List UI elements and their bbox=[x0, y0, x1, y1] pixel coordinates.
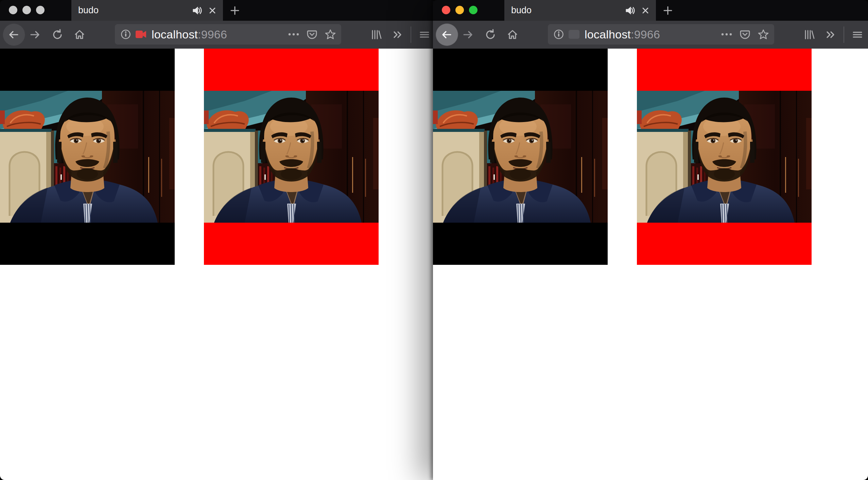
webcam-video bbox=[433, 91, 608, 223]
tab-title: budo bbox=[511, 5, 532, 16]
tab-budo[interactable]: budo bbox=[71, 0, 223, 21]
browser-window-left: budo localhost:9966 bbox=[0, 0, 435, 480]
page-actions-icon[interactable] bbox=[721, 29, 732, 40]
page-content bbox=[0, 49, 435, 480]
camera-sharing-dimmed-icon[interactable] bbox=[569, 30, 579, 39]
tab-strip: budo bbox=[0, 0, 435, 21]
screenshot-stage: budo localhost:9966 bbox=[0, 0, 868, 480]
new-tab-button[interactable] bbox=[661, 4, 674, 17]
hamburger-menu-icon[interactable] bbox=[852, 29, 863, 40]
close-window-button[interactable] bbox=[442, 6, 450, 14]
navigation-toolbar: localhost:9966 bbox=[0, 21, 435, 49]
reload-button[interactable] bbox=[485, 21, 497, 49]
browser-window-right: budo localhost:9966 bbox=[433, 0, 868, 480]
overflow-chevrons-icon[interactable] bbox=[392, 29, 404, 40]
video-canvas-black bbox=[0, 49, 175, 265]
page-content bbox=[433, 49, 868, 480]
camera-sharing-icon[interactable] bbox=[136, 30, 146, 39]
site-info-icon[interactable] bbox=[121, 29, 131, 39]
tab-close-icon[interactable] bbox=[641, 6, 650, 15]
forward-button[interactable] bbox=[463, 21, 474, 49]
back-arrow-icon bbox=[441, 29, 453, 40]
home-button[interactable] bbox=[507, 21, 518, 49]
site-info-icon[interactable] bbox=[554, 29, 564, 39]
hamburger-menu-icon[interactable] bbox=[419, 29, 430, 40]
page-actions bbox=[721, 29, 769, 40]
window-controls[interactable] bbox=[9, 6, 45, 14]
url-host: localhost bbox=[585, 28, 631, 41]
page-actions-icon[interactable] bbox=[288, 29, 299, 40]
webcam-video bbox=[204, 91, 379, 223]
overflow-chevrons-icon[interactable] bbox=[825, 29, 837, 40]
minimize-window-button[interactable] bbox=[22, 6, 31, 14]
video-canvas-red bbox=[637, 49, 812, 265]
tab-title: budo bbox=[78, 5, 99, 16]
url-port: :9966 bbox=[198, 28, 227, 41]
close-window-button[interactable] bbox=[9, 6, 17, 14]
zoom-window-button[interactable] bbox=[469, 6, 478, 14]
toolbar-separator bbox=[844, 27, 844, 43]
library-icon[interactable] bbox=[370, 29, 382, 40]
back-button[interactable] bbox=[3, 23, 25, 46]
pocket-icon[interactable] bbox=[740, 29, 750, 40]
minimize-window-button[interactable] bbox=[455, 6, 464, 14]
reload-button[interactable] bbox=[52, 21, 64, 49]
zoom-window-button[interactable] bbox=[36, 6, 45, 14]
new-tab-button[interactable] bbox=[228, 4, 241, 17]
tab-sound-icon[interactable] bbox=[192, 5, 203, 16]
url-text[interactable]: localhost:9966 bbox=[152, 28, 227, 41]
url-bar[interactable]: localhost:9966 bbox=[115, 24, 341, 45]
library-icon[interactable] bbox=[803, 29, 815, 40]
url-bar[interactable]: localhost:9966 bbox=[548, 24, 774, 45]
tab-strip: budo bbox=[433, 0, 868, 21]
tab-budo[interactable]: budo bbox=[504, 0, 656, 21]
pocket-icon[interactable] bbox=[307, 29, 317, 40]
webcam-video bbox=[0, 91, 175, 223]
bookmark-star-icon[interactable] bbox=[758, 29, 769, 40]
video-canvas-red bbox=[204, 49, 379, 265]
toolbar-separator bbox=[411, 27, 411, 43]
back-arrow-icon bbox=[8, 29, 20, 40]
tab-close-icon[interactable] bbox=[208, 6, 217, 15]
forward-button[interactable] bbox=[30, 21, 41, 49]
page-actions bbox=[288, 29, 336, 40]
bookmark-star-icon[interactable] bbox=[325, 29, 336, 40]
video-canvas-black bbox=[433, 49, 608, 265]
url-port: :9966 bbox=[631, 28, 660, 41]
window-controls[interactable] bbox=[442, 6, 478, 14]
webcam-video bbox=[637, 91, 812, 223]
back-button[interactable] bbox=[436, 23, 458, 46]
home-button[interactable] bbox=[74, 21, 85, 49]
url-host: localhost bbox=[152, 28, 198, 41]
navigation-toolbar: localhost:9966 bbox=[433, 21, 868, 49]
tab-sound-icon[interactable] bbox=[625, 5, 636, 16]
url-text[interactable]: localhost:9966 bbox=[585, 28, 660, 41]
